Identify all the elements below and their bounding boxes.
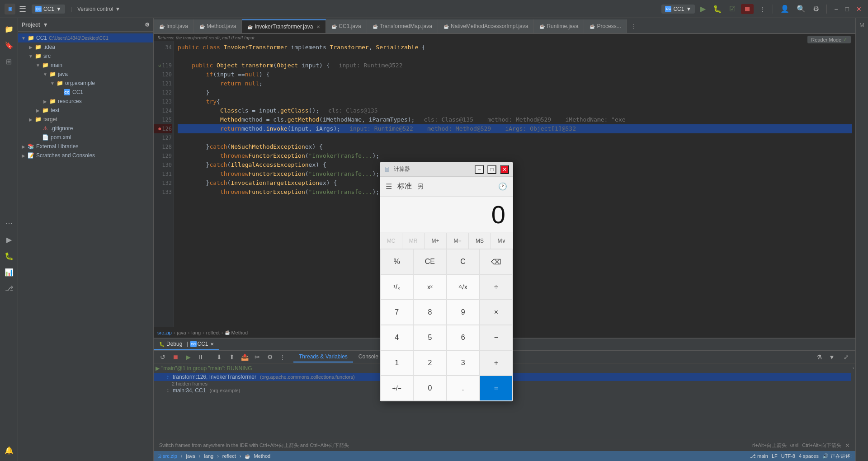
minimize-button[interactable]: −	[832, 4, 840, 14]
more-tools-icon[interactable]: ⋯	[2, 216, 16, 230]
search-button[interactable]: 🔍	[795, 3, 807, 15]
debug-side-icon[interactable]: 🐛	[2, 249, 16, 263]
debug-expand-btn[interactable]: ▼	[826, 352, 837, 362]
calc-restore-btn[interactable]: □	[487, 165, 496, 174]
calc-reciprocal-btn[interactable]: ¹/ₓ	[380, 274, 413, 300]
debug-evaluate-btn[interactable]: ✂	[252, 352, 263, 362]
tree-item-external-libs[interactable]: ▶ 📚 External Libraries	[18, 142, 153, 151]
status-indent[interactable]: 4 spaces	[799, 453, 819, 459]
calc-6-btn[interactable]: 6	[447, 325, 480, 350]
hamburger-menu-icon[interactable]: ☰	[19, 4, 26, 14]
debug-resume-btn[interactable]: ▶	[183, 352, 193, 362]
calc-mdown-btn[interactable]: M∨	[491, 233, 513, 249]
calc-add-btn[interactable]: +	[480, 350, 513, 376]
code-text-area[interactable]: public class InvokerTransformer implemen…	[174, 41, 855, 327]
coverage-button[interactable]: ☑	[727, 3, 737, 15]
tree-item-org-example[interactable]: ▼ 📁 org.example	[18, 79, 153, 88]
calc-multiply-btn[interactable]: ×	[480, 300, 513, 325]
status-encoding[interactable]: UTF-8	[781, 453, 795, 459]
calc-square-btn[interactable]: x²	[413, 274, 446, 300]
calc-mc-btn[interactable]: MC	[380, 233, 402, 249]
debug-stop-btn[interactable]: ⏹	[170, 352, 181, 362]
calc-mminus-btn[interactable]: M−	[447, 233, 469, 249]
notifications-icon[interactable]: 🔔	[2, 443, 16, 457]
tab-transformed-map[interactable]: ☕ TransformedMap.java	[367, 19, 438, 33]
debug-pause-btn[interactable]: ⏸	[195, 352, 206, 362]
debug-tab-cc1[interactable]: CC CC1	[190, 341, 208, 347]
tree-item-test[interactable]: ▶ 📁 test	[18, 106, 153, 115]
close-button[interactable]: ✕	[854, 4, 863, 14]
tree-item-cc1-java[interactable]: CC CC1	[18, 88, 153, 97]
status-java[interactable]: java	[186, 453, 195, 459]
calc-divide-btn[interactable]: ÷	[480, 274, 513, 300]
calc-decimal-btn[interactable]: .	[447, 376, 480, 401]
calc-mr-btn[interactable]: MR	[402, 233, 425, 249]
profiler-icon[interactable]: 📊	[2, 265, 16, 279]
tree-item-java[interactable]: ▼ 📁 java	[18, 70, 153, 79]
project-view-icon[interactable]: 📁	[2, 22, 16, 36]
tree-item-gitignore[interactable]: ⚠ .gitignore	[18, 124, 153, 133]
tab-impl-java[interactable]: ☕ Impl.java	[154, 19, 194, 33]
calc-close-btn[interactable]: ✕	[500, 165, 509, 174]
structure-icon[interactable]: ⊞	[2, 54, 16, 69]
tab-invoker-transformer[interactable]: ☕ InvokerTransformer.java ✕	[242, 19, 326, 33]
status-git[interactable]: ⎇ main	[750, 453, 768, 459]
tree-item-idea[interactable]: ▶ 📁 .idea	[18, 42, 153, 52]
breadcrumb-srczp[interactable]: src.zip	[157, 330, 172, 335]
tab-process[interactable]: ☕ Process...	[584, 19, 627, 33]
debug-tab-close-icon[interactable]: ✕	[210, 342, 214, 347]
tree-item-scratches[interactable]: ▶ 📝 Scratches and Consoles	[18, 151, 153, 160]
debug-step-over-btn[interactable]: ⬇	[214, 352, 225, 362]
breadcrumb-lang[interactable]: lang	[191, 330, 201, 335]
debug-settings-btn[interactable]: ⚙	[264, 352, 275, 362]
debug-more-btn[interactable]: ⋮	[277, 352, 288, 362]
debug-step-out-btn[interactable]: 📤	[239, 352, 250, 362]
debug-tab-threads[interactable]: Threads & Variables	[293, 352, 353, 362]
calc-sqrt-btn[interactable]: ²√x	[447, 274, 480, 300]
tab-more-button[interactable]: ⋮	[627, 19, 640, 33]
calc-9-btn[interactable]: 9	[447, 300, 480, 325]
debug-step-into-btn[interactable]: ⬆	[226, 352, 237, 362]
calc-history-btn[interactable]: 🕐	[498, 182, 507, 191]
calc-subtract-btn[interactable]: −	[480, 325, 513, 350]
debug-panel-expand-btn[interactable]: ⤢	[841, 352, 852, 362]
debug-tab-console[interactable]: Console	[353, 352, 384, 362]
run-icon[interactable]: ▶	[2, 232, 16, 247]
calc-minimize-btn[interactable]: −	[475, 165, 484, 174]
breadcrumb-reflect[interactable]: reflect	[206, 330, 220, 335]
tab-runtime[interactable]: ☕ Runtime.java	[534, 19, 584, 33]
tab-close-invoker[interactable]: ✕	[316, 24, 320, 29]
calc-percent-btn[interactable]: %	[380, 249, 413, 274]
git-icon[interactable]: ⎇	[2, 281, 16, 296]
tree-item-cc1-root[interactable]: ▼ 📁 CC1 C:\Users\14341\Desktop\CC1	[18, 33, 153, 42]
right-panel-m-icon[interactable]: M	[857, 20, 867, 30]
breadcrumb-java[interactable]: java	[177, 330, 186, 335]
calc-backspace-btn[interactable]: ⌫	[480, 249, 513, 274]
project-selector[interactable]: CC CC1 ▼	[32, 5, 65, 14]
status-lang[interactable]: lang	[204, 453, 213, 459]
calc-8-btn[interactable]: 8	[413, 300, 446, 325]
calc-1-btn[interactable]: 1	[380, 350, 413, 376]
calc-equals-btn[interactable]: =	[480, 376, 513, 401]
tree-item-resources[interactable]: ▶ 📁 resources	[18, 97, 153, 106]
calc-menu-icon[interactable]: ☰	[386, 182, 392, 191]
calc-7-btn[interactable]: 7	[380, 300, 413, 325]
status-reflect[interactable]: reflect	[222, 453, 236, 459]
status-lf[interactable]: LF	[772, 453, 778, 459]
debug-tab-main[interactable]: 🐛 Debug | CC CC1 ✕	[154, 339, 219, 350]
project-arrow[interactable]: ▼	[43, 22, 48, 28]
tab-native-method[interactable]: ☕ NativeMethodAccessorImpl.java	[438, 19, 534, 33]
tab-method-java[interactable]: ☕ Method.java	[194, 19, 242, 33]
calc-5-btn[interactable]: 5	[413, 325, 446, 350]
settings-button[interactable]: ⚙	[811, 3, 821, 15]
bookmarks-icon[interactable]: 🔖	[2, 38, 16, 52]
reader-mode-button[interactable]: Reader Mode ✓	[807, 36, 851, 43]
debug-restart-btn[interactable]: ↺	[157, 352, 168, 362]
calc-2-btn[interactable]: 2	[413, 350, 446, 376]
calc-c-btn[interactable]: C	[447, 249, 480, 274]
calc-4-btn[interactable]: 4	[380, 325, 413, 350]
tree-item-src[interactable]: ▼ 📁 src	[18, 52, 153, 61]
tab-cc1-java[interactable]: ☕ CC1.java	[326, 19, 367, 33]
breadcrumb-method[interactable]: ☕ Method	[225, 330, 248, 335]
tree-item-main[interactable]: ▼ 📁 main	[18, 61, 153, 70]
